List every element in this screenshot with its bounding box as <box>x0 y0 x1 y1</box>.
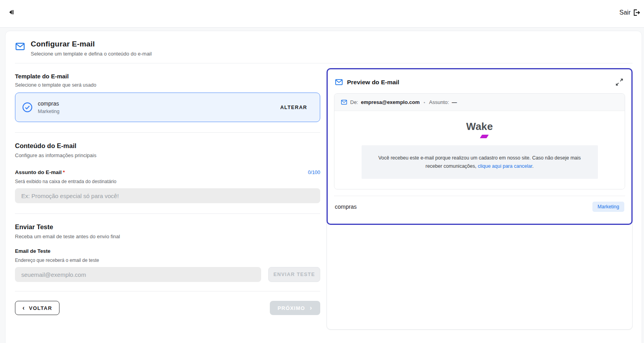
email-icon <box>341 99 347 106</box>
from-value: empresa@exemplo.com <box>361 99 419 105</box>
chevron-right-icon: › <box>310 305 312 311</box>
back-label: VOLTAR <box>29 305 52 311</box>
cancel-subscription-link[interactable]: clique aqui para cancelar <box>478 163 532 169</box>
required-asterisk: * <box>63 169 65 175</box>
preview-card: Preview do E-mail <box>327 68 633 330</box>
collapse-sidebar-icon <box>8 9 15 16</box>
logout-icon <box>632 9 640 17</box>
subject-help: Será exibido na caixa de entrada do dest… <box>15 179 320 184</box>
configure-email-card: Configurar E-mail Selecione um template … <box>5 31 642 343</box>
from-label: De: <box>350 99 358 105</box>
next-button[interactable]: PRÓXIMO › <box>270 301 320 315</box>
expand-icon <box>615 78 624 86</box>
section-divider <box>15 291 320 291</box>
disclaimer-suffix: . <box>532 163 533 169</box>
change-template-button[interactable]: ALTERAR <box>279 102 308 113</box>
template-category: Marketing <box>38 109 279 114</box>
test-section-subtitle: Receba um email de teste antes do envio … <box>15 234 320 239</box>
test-email-input[interactable] <box>15 267 261 282</box>
email-icon <box>15 41 25 52</box>
test-email-help: Endereço que receberá o email de teste <box>15 258 320 263</box>
logout-label: Sair <box>620 9 631 16</box>
subject-input[interactable] <box>15 188 320 203</box>
brand-logo-swoosh <box>480 135 489 138</box>
meta-separator: • <box>422 100 426 105</box>
back-button[interactable]: ‹ VOLTAR <box>15 301 59 315</box>
email-form: Template do E-mail Selecione o template … <box>15 63 320 324</box>
chevron-left-icon: ‹ <box>22 305 25 311</box>
template-section-subtitle: Selecione o template que será usado <box>15 82 320 88</box>
page-subtitle: Selecione um template e defina o conteúd… <box>31 51 152 57</box>
section-divider <box>15 213 320 214</box>
expand-preview-button[interactable] <box>614 77 624 87</box>
preview-column: Preview do E-mail <box>327 68 633 330</box>
brand-name: Wake <box>344 121 615 133</box>
section-divider <box>15 132 320 133</box>
logout-button[interactable]: Sair <box>619 7 641 18</box>
test-email-label: Email de Teste <box>15 248 50 254</box>
subject-label: Assunto do E-mail* <box>15 169 65 175</box>
template-name: compras <box>38 100 279 107</box>
email-body: Wake Você recebeu este e-mail porque rea… <box>334 111 625 189</box>
next-label: PRÓXIMO <box>278 305 305 311</box>
page-title: Configurar E-mail <box>31 40 152 48</box>
email-preview-panel: Preview do E-mail <box>327 68 633 225</box>
check-circle-icon <box>22 102 33 113</box>
content-section-title: Conteúdo do E-mail <box>15 142 320 150</box>
disclaimer-box: Você recebeu este e-mail porque realizou… <box>362 145 598 179</box>
collapse-sidebar-button[interactable] <box>6 7 17 17</box>
email-meta-bar: De: empresa@exemplo.com • Assunto: — <box>334 94 625 111</box>
email-icon <box>335 78 343 86</box>
top-bar: Sair <box>0 0 644 28</box>
subject-meta-value: — <box>452 99 457 105</box>
email-preview-frame: De: empresa@exemplo.com • Assunto: — Wak… <box>334 93 625 189</box>
preview-footer: compras Marketing <box>334 196 625 212</box>
preview-title: Preview do E-mail <box>347 79 611 86</box>
subject-char-counter: 0/100 <box>308 170 320 175</box>
subject-meta-label: Assunto: <box>429 99 449 105</box>
send-test-button[interactable]: ENVIAR TESTE <box>268 267 320 282</box>
page-header: Configurar E-mail Selecione um template … <box>15 40 633 57</box>
content-section-subtitle: Configure as informações principais <box>15 152 320 158</box>
test-section-title: Enviar Teste <box>15 223 320 231</box>
selected-template-card[interactable]: compras Marketing ALTERAR <box>15 93 320 122</box>
template-section-title: Template do E-mail <box>15 73 320 80</box>
preview-template-name: compras <box>335 204 357 210</box>
category-badge: Marketing <box>592 202 624 212</box>
